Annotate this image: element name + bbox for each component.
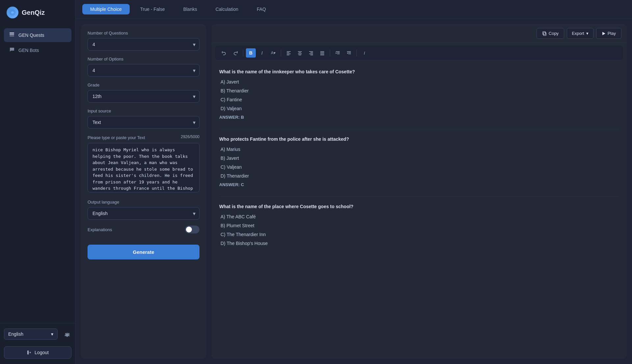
question-1-option-c: C) Fantine	[219, 96, 619, 103]
question-2-option-a: A) Marius	[219, 146, 619, 153]
question-block-2: Who protects Fantine from the police aft…	[219, 136, 619, 187]
grade-select[interactable]: 12th 1st 2nd 11th	[88, 90, 199, 103]
right-panel: Copy Export ▾ Play	[211, 24, 627, 359]
sidebar-item-gen-bots-label: GEN Bots	[18, 48, 39, 53]
svg-rect-17	[310, 53, 313, 53]
grade-label: Grade	[88, 83, 199, 87]
tab-multiple-choice[interactable]: Multiple Choice	[82, 4, 130, 14]
sidebar: GenQiz GEN Quests GEN Bots	[0, 0, 76, 364]
svg-marker-31	[347, 52, 348, 54]
explanations-group: Explanations	[88, 226, 199, 233]
text-label-row: Please type or paste your Text 2926/5000	[88, 134, 199, 140]
sidebar-item-gen-bots[interactable]: GEN Bots	[4, 43, 71, 57]
text-input-label: Please type or paste your Text	[88, 135, 145, 140]
svg-rect-16	[309, 51, 313, 52]
num-options-select-wrapper: 4 2 3 5	[88, 64, 199, 77]
input-source-label: Input source	[88, 109, 199, 113]
svg-rect-6	[543, 32, 545, 35]
svg-rect-8	[287, 51, 291, 52]
logout-label: Logout	[35, 350, 49, 355]
sidebar-item-gen-quests-label: GEN Quests	[18, 33, 44, 38]
italic-button[interactable]: I	[257, 48, 267, 58]
nav-items: GEN Quests GEN Bots	[0, 25, 75, 323]
num-questions-label: Number of Questions	[88, 31, 199, 36]
language-selector-sidebar[interactable]: English ▾	[4, 328, 58, 340]
num-questions-group: Number of Questions 4 1 2 3 5	[88, 31, 199, 51]
explanations-toggle[interactable]	[185, 226, 199, 233]
align-justify-button[interactable]	[317, 48, 327, 58]
copy-label: Copy	[549, 31, 559, 36]
align-center-button[interactable]	[295, 48, 305, 58]
svg-rect-22	[320, 54, 324, 54]
right-toolbar: Copy Export ▾ Play	[211, 24, 627, 43]
text-input[interactable]: nice Bishop Myriel who is always helping…	[88, 143, 199, 192]
question-2-option-b: B) Javert	[219, 155, 619, 162]
num-questions-select[interactable]: 4 1 2 3 5	[88, 38, 199, 51]
output-language-select[interactable]: English Spanish French German	[88, 207, 199, 220]
separator-1	[243, 50, 243, 56]
copy-button[interactable]: Copy	[537, 28, 564, 39]
chat-icon	[9, 47, 15, 54]
svg-rect-14	[298, 54, 302, 54]
svg-rect-30	[348, 54, 351, 54]
input-source-select-wrapper: Text URL File	[88, 116, 199, 129]
main-area: Multiple Choice True - False Blanks Calc…	[76, 0, 632, 364]
undo-button[interactable]	[219, 48, 229, 58]
svg-marker-27	[336, 52, 337, 54]
clear-format-button[interactable]: I	[359, 48, 369, 58]
svg-rect-10	[287, 54, 291, 54]
quiz-content: What is the name of the innkeeper who ta…	[211, 63, 627, 359]
svg-rect-1	[10, 36, 14, 36]
svg-rect-26	[337, 54, 340, 54]
input-source-group: Input source Text URL File	[88, 109, 199, 129]
svg-rect-3	[10, 33, 14, 34]
question-2-option-c: C) Valjean	[219, 164, 619, 171]
tab-faq[interactable]: FAQ	[249, 4, 274, 14]
svg-rect-21	[320, 53, 324, 53]
svg-rect-25	[337, 53, 340, 53]
outdent-button[interactable]	[344, 48, 354, 58]
question-1-option-a: A) Javert	[219, 79, 619, 85]
grade-group: Grade 12th 1st 2nd 11th	[88, 83, 199, 103]
content-area: Number of Questions 4 1 2 3 5 Number of …	[76, 19, 632, 364]
play-button[interactable]: Play	[596, 28, 621, 39]
highlight-button[interactable]: A▾	[268, 48, 278, 58]
left-panel: Number of Questions 4 1 2 3 5 Number of …	[81, 24, 206, 359]
tab-true-false[interactable]: True - False	[132, 4, 173, 14]
tab-blanks[interactable]: Blanks	[175, 4, 205, 14]
bold-button[interactable]: B	[246, 48, 256, 58]
logo-icon	[7, 7, 18, 18]
settings-button[interactable]	[63, 331, 71, 341]
generate-button[interactable]: Generate	[88, 245, 199, 259]
redo-button[interactable]	[230, 48, 240, 58]
question-2-option-d: D) Thenardier	[219, 173, 619, 180]
sidebar-bottom: English ▾ Logout	[0, 323, 75, 364]
separator-3	[330, 50, 330, 56]
output-language-select-wrapper: English Spanish French German	[88, 207, 199, 220]
char-count: 2926/5000	[181, 134, 199, 139]
align-right-button[interactable]	[306, 48, 316, 58]
input-source-select[interactable]: Text URL File	[88, 116, 199, 129]
question-2-answer: ANSWER: C	[219, 182, 619, 187]
num-options-select[interactable]: 4 2 3 5	[88, 64, 199, 77]
question-1-text: What is the name of the innkeeper who ta…	[219, 68, 619, 75]
align-left-button[interactable]	[284, 48, 294, 58]
question-3-option-b: B) Plumet Street	[219, 222, 619, 229]
indent-button[interactable]	[333, 48, 343, 58]
sidebar-item-gen-quests[interactable]: GEN Quests	[4, 28, 71, 42]
svg-rect-15	[299, 55, 301, 56]
svg-rect-13	[299, 53, 301, 53]
grade-select-wrapper: 12th 1st 2nd 11th	[88, 90, 199, 103]
question-block-3: What is the name of the place where Cose…	[219, 203, 619, 247]
logout-button[interactable]: Logout	[4, 346, 71, 359]
num-options-label: Number of Options	[88, 57, 199, 61]
svg-rect-24	[336, 51, 340, 52]
editor-toolbar: B I A▾	[215, 46, 623, 61]
export-button[interactable]: Export ▾	[567, 28, 593, 39]
tab-calculation[interactable]: Calculation	[208, 4, 246, 14]
question-divider-2	[219, 196, 619, 197]
language-row: English ▾	[4, 328, 71, 343]
explanations-row: Explanations	[88, 226, 199, 233]
question-3-option-c: C) The Thenardier Inn	[219, 231, 619, 238]
svg-rect-19	[310, 55, 313, 56]
